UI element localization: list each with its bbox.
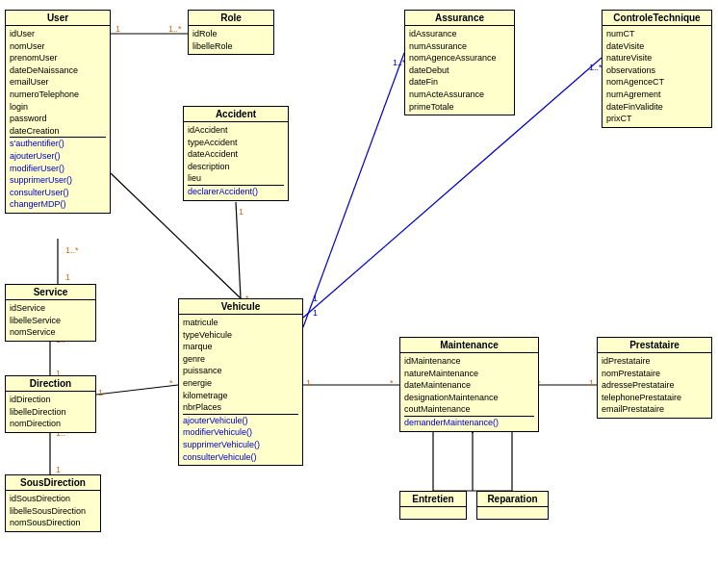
attr-libelleRole: libelleRole (192, 40, 269, 53)
attr-matricule: matricule (183, 317, 298, 329)
mult-veh-ass-1: 1 (313, 294, 318, 303)
class-assurance-header: Assurance (405, 11, 514, 26)
method-ajouterVehicule: ajouterVehicule() (183, 415, 298, 427)
class-vehicule-header: Vehicule (179, 299, 302, 315)
class-direction-body: idDirection libelleDirection nomDirectio… (6, 392, 95, 432)
attr-numeroTelephone: numeroTelephone (10, 89, 106, 101)
class-controle-technique: ControleTechnique numCT dateVisite natur… (602, 10, 712, 128)
attr-login: login (10, 101, 106, 114)
mult-veh-maint-2: * (390, 378, 394, 388)
attr-designationMaintenance: designationMaintenance (404, 392, 534, 404)
method-demanderMaintenance: demanderMaintenance() (404, 417, 534, 429)
attr-idRole: idRole (192, 28, 269, 40)
attr-numAgrement: numAgrement (606, 89, 707, 101)
attr-genre: genre (183, 353, 298, 366)
attr-numActeAssurance: numActeAssurance (409, 89, 510, 101)
class-assurance-body: idAssurance numAssurance nomAgenceAssura… (405, 26, 514, 115)
mult-dir-veh-1: 1 (98, 388, 103, 397)
class-maintenance-header: Maintenance (400, 338, 538, 353)
method-changerMDP: changerMDP() (10, 198, 106, 211)
class-entretien-body (400, 507, 466, 519)
class-reparation: Reparation (476, 491, 549, 520)
attr-idSousDirection: idSousDirection (10, 493, 96, 505)
attr-emailUser: emailUser (10, 76, 106, 89)
class-vehicule-body: matricule typeVehicule marque genre puis… (179, 315, 302, 465)
class-entretien: Entretien (399, 491, 467, 520)
mult-user-service-2: 1 (65, 272, 70, 282)
class-accident-body: idAccident typeAccident dateAccident des… (184, 122, 288, 200)
attr-observations: observations (606, 64, 707, 77)
class-sous-direction: SousDirection idSousDirection libelleSou… (5, 474, 101, 532)
attr-dateFin: dateFin (409, 76, 510, 89)
method-consulterVehicule: consulterVehicule() (183, 451, 298, 464)
class-service-body: idService libelleService nomService (6, 300, 95, 341)
class-accident-header: Accident (184, 107, 288, 122)
class-entretien-header: Entretien (400, 492, 466, 507)
svg-line-15 (96, 385, 178, 395)
attr-dateAccident: dateAccident (188, 148, 284, 161)
attr-idAssurance: idAssurance (409, 28, 510, 40)
class-sous-direction-body: idSousDirection libelleSousDirection nom… (6, 491, 100, 531)
attr-password: password (10, 113, 106, 125)
class-vehicule: Vehicule matricule typeVehicule marque g… (178, 298, 303, 466)
attr-coutMaintenance: coutMaintenance (404, 403, 534, 416)
attr-nomDirection: nomDirection (10, 418, 91, 430)
mult-dir-sous-2: 1 (56, 465, 61, 474)
mult-veh-ct-2: 1..* (589, 63, 603, 72)
attr-dateVisite: dateVisite (606, 40, 707, 53)
attr-dateMaintenance: dateMaintenance (404, 379, 534, 392)
class-prestataire-body: idPrestataire nomPrestataire adressePres… (598, 353, 711, 418)
class-service-header: Service (6, 285, 95, 300)
attr-idAccident: idAccident (188, 124, 284, 137)
attr-marque: marque (183, 341, 298, 353)
attr-libelleSousDirection: libelleSousDirection (10, 505, 96, 518)
attr-dateDebut: dateDebut (409, 64, 510, 77)
attr-kilometrage: kilometrage (183, 390, 298, 402)
attr-libelleService: libelleService (10, 315, 91, 327)
uml-diagram: 1 1..* 1..* 1 1..* 1 1..* 1 1 1..* 1 1..… (0, 0, 718, 588)
class-user: User idUser nomUser prenomUser dateDeNai… (5, 10, 111, 214)
attr-nomService: nomService (10, 326, 91, 339)
class-ct-header: ControleTechnique (603, 11, 711, 26)
method-modifierVehicule: modifierVehicule() (183, 426, 298, 439)
class-ct-body: numCT dateVisite natureVisite observatio… (603, 26, 711, 127)
mult-user-role-role: 1..* (168, 24, 182, 34)
class-direction-header: Direction (6, 376, 95, 392)
class-sous-direction-header: SousDirection (6, 475, 100, 491)
attr-libelleDirection: libelleDirection (10, 406, 91, 419)
method-ajouterUser: ajouterUser() (10, 150, 106, 163)
svg-line-7 (236, 202, 241, 298)
class-maintenance: Maintenance idMaintenance natureMaintena… (399, 337, 539, 432)
method-modifierUser: modifierUser() (10, 163, 106, 175)
attr-prenomUser: prenomUser (10, 52, 106, 64)
attr-idPrestataire: idPrestataire (602, 355, 707, 368)
mult-user-role-user: 1 (115, 24, 120, 34)
class-user-header: User (6, 11, 110, 26)
attr-nomAgenceAssurance: nomAgenceAssurance (409, 52, 510, 64)
class-role-header: Role (189, 11, 273, 26)
class-assurance: Assurance idAssurance numAssurance nomAg… (404, 10, 515, 115)
class-direction: Direction idDirection libelleDirection n… (5, 375, 96, 433)
method-supprimerUser: supprimerUser() (10, 174, 106, 187)
attr-nomPrestataire: nomPrestataire (602, 368, 707, 380)
attr-idService: idService (10, 302, 91, 315)
mult-maint-prest-2: 1 (589, 378, 594, 388)
attr-typeVehicule: typeVehicule (183, 329, 298, 342)
attr-typeAccident: typeAccident (188, 137, 284, 149)
method-supprimerVehicule: supprimerVehicule() (183, 439, 298, 451)
attr-adressePrestataire: adressePrestataire (602, 379, 707, 392)
attr-numAssurance: numAssurance (409, 40, 510, 53)
attr-description: description (188, 161, 284, 173)
class-prestataire: Prestataire idPrestataire nomPrestataire… (597, 337, 712, 419)
attr-emailPrestataire: emailPrestataire (602, 403, 707, 416)
attr-primeTotale: primeTotale (409, 101, 510, 114)
mult-dir-veh-2: * (169, 378, 173, 388)
class-role-body: idRole libelleRole (189, 26, 273, 54)
attr-natureVisite: natureVisite (606, 52, 707, 64)
attr-dateDeNaissance: dateDeNaissance (10, 64, 106, 77)
attr-telephonePrestataire: telephonePrestataire (602, 392, 707, 404)
attr-idMaintenance: idMaintenance (404, 355, 534, 368)
mult-veh-ct-1: 1 (313, 308, 318, 318)
attr-numCT: numCT (606, 28, 707, 40)
attr-dateCreation: dateCreation (10, 125, 106, 138)
